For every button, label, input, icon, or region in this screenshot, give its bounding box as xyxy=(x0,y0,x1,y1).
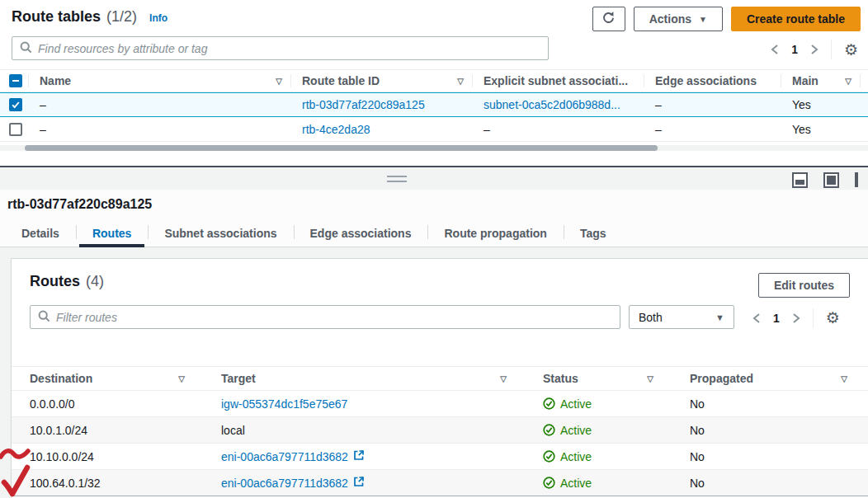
info-link[interactable]: Info xyxy=(149,12,167,24)
create-route-table-button[interactable]: Create route table xyxy=(731,7,861,31)
divider xyxy=(813,308,814,328)
cell-propagated: No xyxy=(672,450,868,463)
page-count: (1/2) xyxy=(106,8,137,26)
chevron-left-icon[interactable] xyxy=(752,312,761,324)
check-icon xyxy=(11,100,21,110)
layout-bottom-panel-icon[interactable] xyxy=(792,172,808,188)
tab-subnet-associations[interactable]: Subnet associations xyxy=(148,219,293,247)
column-header-name[interactable]: Name ▽ xyxy=(28,70,290,92)
page-title: Route tables xyxy=(12,8,101,26)
status-badge: Active xyxy=(543,477,592,490)
chevron-down-icon: ▼ xyxy=(715,312,724,322)
column-header-destination[interactable]: Destination ▽ xyxy=(12,372,203,385)
routes-pagination: 1 ⚙ xyxy=(752,306,840,330)
actions-button[interactable]: Actions ▼ xyxy=(634,7,723,31)
cell-propagated: No xyxy=(672,424,868,437)
routes-count: (4) xyxy=(86,273,104,290)
cell-propagated: No xyxy=(672,477,868,490)
routes-heading: Routes (4) xyxy=(30,273,104,290)
tab-edge-associations[interactable]: Edge associations xyxy=(294,219,428,247)
layout-side-panel-icon[interactable] xyxy=(855,172,858,187)
route-table-id-link[interactable]: rtb-4ce2da28 xyxy=(302,123,370,136)
status-active-icon xyxy=(543,397,555,410)
table-header-row: Name ▽ Route table ID ▽ Explicit subnet … xyxy=(0,69,868,92)
route-row[interactable]: 10.10.0.0/24 eni-00ac6a797711d3682 Activ… xyxy=(12,444,868,470)
external-link-icon[interactable] xyxy=(353,476,365,490)
route-table-id-link[interactable]: rtb-03d77af220c89a125 xyxy=(302,98,425,111)
current-page[interactable]: 1 xyxy=(773,312,780,325)
dropdown-value: Both xyxy=(639,311,663,324)
filter-routes-input[interactable] xyxy=(56,311,612,324)
row-checkbox[interactable] xyxy=(9,123,22,136)
top-pagination: 1 ⚙ xyxy=(771,37,858,62)
table-row[interactable]: – rtb-03d77af220c89a125 subnet-0ca5c2d06… xyxy=(0,92,868,117)
cell-main: Yes xyxy=(781,123,860,136)
sort-icon: ▽ xyxy=(647,374,653,383)
table-row[interactable]: – rtb-4ce2da28 – – Yes xyxy=(0,117,868,142)
column-header-main[interactable]: Main ▽ xyxy=(781,70,860,92)
layout-full-panel-icon[interactable] xyxy=(823,172,839,188)
indeterminate-icon xyxy=(12,80,19,82)
gear-icon[interactable]: ⚙ xyxy=(826,310,840,326)
routes-header-row: Destination ▽ Target ▽ Status ▽ Propagat… xyxy=(12,366,868,391)
column-header-status[interactable]: Status ▽ xyxy=(525,372,672,385)
resource-search xyxy=(12,36,549,60)
status-active-icon xyxy=(543,450,555,463)
column-header-route-table-id[interactable]: Route table ID ▽ xyxy=(290,70,472,92)
column-header-extra xyxy=(860,70,868,92)
column-header-propagated[interactable]: Propagated ▽ xyxy=(672,372,868,385)
routes-card: Routes (4) Edit routes Both ▼ 1 xyxy=(11,258,868,498)
cell-edge: – xyxy=(644,98,781,111)
actions-label: Actions xyxy=(649,12,691,26)
column-header-explicit-subnet[interactable]: Explicit subnet associati... xyxy=(472,70,644,92)
subnet-association-link[interactable]: subnet-0ca5c2d06b988d... xyxy=(484,98,620,111)
panel-layout-controls xyxy=(792,172,866,188)
column-header-edge-associations[interactable]: Edge associations xyxy=(644,70,781,92)
route-row[interactable]: 10.0.1.0/24 local Active No xyxy=(12,417,868,444)
tab-routes[interactable]: Routes xyxy=(76,219,148,247)
route-row[interactable]: 0.0.0.0/0 igw-055374dc1f5e75e67 Active N… xyxy=(12,391,868,417)
cell-propagated: No xyxy=(672,397,868,411)
target-link[interactable]: eni-00ac6a797711d3682 xyxy=(221,477,348,490)
route-tables-table: Name ▽ Route table ID ▽ Explicit subnet … xyxy=(0,69,868,142)
detail-title: rtb-03d77af220c89a125 xyxy=(7,197,152,212)
current-page[interactable]: 1 xyxy=(791,43,798,56)
external-link-icon[interactable] xyxy=(353,449,365,463)
column-header-target[interactable]: Target ▽ xyxy=(203,372,525,385)
tab-tags[interactable]: Tags xyxy=(564,219,623,247)
cell-name: – xyxy=(28,98,290,111)
horizontal-scrollbar xyxy=(0,145,868,151)
route-type-dropdown[interactable]: Both ▼ xyxy=(629,305,734,329)
status-active-icon xyxy=(543,424,555,436)
row-checkbox[interactable] xyxy=(9,98,22,111)
sort-icon: ▽ xyxy=(841,374,847,383)
cell-edge: – xyxy=(644,123,781,136)
detail-pane: rtb-03d77af220c89a125 Details Routes Sub… xyxy=(0,167,868,498)
target-link[interactable]: igw-055374dc1f5e75e67 xyxy=(221,397,347,411)
cell-subnet: – xyxy=(472,123,644,136)
cell-destination: 10.0.1.0/24 xyxy=(12,424,203,437)
routes-table: Destination ▽ Target ▽ Status ▽ Propagat… xyxy=(12,366,868,496)
refresh-button[interactable] xyxy=(592,7,625,31)
search-input[interactable] xyxy=(38,42,540,55)
select-all-checkbox[interactable] xyxy=(9,74,22,87)
detail-header: rtb-03d77af220c89a125 Details Routes Sub… xyxy=(0,190,868,247)
split-drag-handle[interactable] xyxy=(387,176,407,182)
tab-route-propagation[interactable]: Route propagation xyxy=(427,219,563,247)
chevron-left-icon[interactable] xyxy=(771,44,779,55)
divider xyxy=(831,40,832,59)
chevron-right-icon[interactable] xyxy=(792,312,800,324)
tab-details[interactable]: Details xyxy=(5,219,76,247)
target-link[interactable]: eni-00ac6a797711d3682 xyxy=(221,450,348,463)
route-row[interactable]: 100.64.0.1/32 eni-00ac6a797711d3682 Acti… xyxy=(12,470,868,496)
cell-destination: 0.0.0.0/0 xyxy=(12,397,203,411)
status-badge: Active xyxy=(543,450,592,463)
status-badge: Active xyxy=(543,397,592,411)
gear-icon[interactable]: ⚙ xyxy=(844,42,858,58)
routes-filter xyxy=(30,305,620,329)
chevron-right-icon[interactable] xyxy=(810,44,818,55)
scrollbar-thumb[interactable] xyxy=(25,145,658,151)
edit-routes-button[interactable]: Edit routes xyxy=(758,273,850,298)
refresh-icon xyxy=(601,11,616,27)
cell-name: – xyxy=(28,123,290,136)
